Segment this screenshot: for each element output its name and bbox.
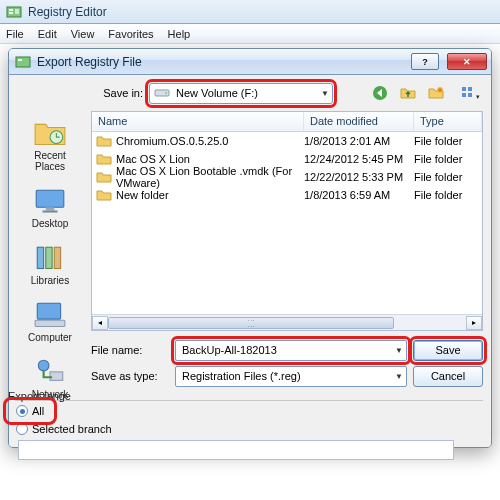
filename-value: BackUp-All-182013 xyxy=(182,344,277,356)
export-dialog: Export Registry File ? ✕ Save in: New Vo… xyxy=(8,48,492,448)
registry-editor-window: Registry Editor File Edit View Favorites… xyxy=(0,0,500,500)
svg-rect-17 xyxy=(43,211,58,213)
col-date[interactable]: Date modified xyxy=(304,112,414,131)
place-label: Computer xyxy=(28,332,72,343)
scroll-right[interactable]: ▸ xyxy=(466,316,482,330)
place-computer[interactable]: Computer xyxy=(19,297,81,346)
savein-combo[interactable]: New Volume (F:) ▼ xyxy=(149,83,333,104)
folder-icon xyxy=(96,152,112,166)
place-label: Libraries xyxy=(31,275,69,286)
file-list: Name Date modified Type Chromium.OS.0.5.… xyxy=(91,111,483,331)
export-range-label: Export range xyxy=(8,390,71,402)
radio-selected-label: Selected branch xyxy=(32,423,112,435)
list-item[interactable]: Chromium.OS.0.5.25.0 1/8/2013 2:01 AM Fi… xyxy=(92,132,482,150)
saveastype-value: Registration Files (*.reg) xyxy=(182,370,301,382)
dialog-titlebar: Export Registry File ? ✕ xyxy=(9,49,491,75)
svg-rect-18 xyxy=(37,247,43,268)
menu-help[interactable]: Help xyxy=(168,28,191,40)
svg-rect-21 xyxy=(37,303,60,319)
branch-input[interactable] xyxy=(18,440,454,460)
svg-rect-16 xyxy=(46,207,55,210)
svg-rect-22 xyxy=(35,320,65,326)
place-recent[interactable]: Recent Places xyxy=(19,115,81,175)
filename-label: File name: xyxy=(91,344,169,356)
cancel-button[interactable]: Cancel xyxy=(413,366,483,387)
svg-rect-10 xyxy=(462,87,466,91)
computer-icon xyxy=(33,300,67,330)
chevron-down-icon: ▼ xyxy=(395,372,403,381)
menu-file[interactable]: File xyxy=(6,28,24,40)
scroll-thumb[interactable] xyxy=(108,317,394,329)
help-button[interactable]: ? xyxy=(411,53,439,70)
menu-favorites[interactable]: Favorites xyxy=(108,28,153,40)
list-header: Name Date modified Type xyxy=(92,112,482,132)
place-desktop[interactable]: Desktop xyxy=(19,183,81,232)
main-title: Registry Editor xyxy=(28,5,107,19)
drive-icon xyxy=(154,86,170,100)
radio-all-row[interactable]: All xyxy=(8,402,52,420)
radio-selected-row[interactable]: Selected branch xyxy=(8,420,492,438)
savein-value: New Volume (F:) xyxy=(176,87,258,99)
svg-rect-12 xyxy=(462,93,466,97)
save-button[interactable]: Save xyxy=(413,340,483,361)
svg-rect-3 xyxy=(15,9,19,14)
list-rows: Chromium.OS.0.5.25.0 1/8/2013 2:01 AM Fi… xyxy=(92,132,482,314)
savein-row: Save in: New Volume (F:) ▼ xyxy=(91,81,483,105)
svg-rect-13 xyxy=(468,93,472,97)
recent-icon xyxy=(33,118,67,148)
export-range-group: Export range All Selected branch xyxy=(8,390,492,460)
savein-label: Save in: xyxy=(91,87,143,99)
col-name[interactable]: Name xyxy=(92,112,304,131)
places-bar: Recent Places Desktop Libraries Computer… xyxy=(15,111,85,401)
filename-input[interactable]: BackUp-All-182013 ▼ xyxy=(175,340,407,361)
col-type[interactable]: Type xyxy=(414,112,482,131)
list-item[interactable]: New folder 1/8/2013 6:59 AM File folder xyxy=(92,186,482,204)
svg-rect-20 xyxy=(54,247,60,268)
scroll-left[interactable]: ◂ xyxy=(92,316,108,330)
radio-selected[interactable] xyxy=(16,423,28,435)
chevron-down-icon: ▼ xyxy=(321,89,329,98)
saveastype-combo[interactable]: Registration Files (*.reg) ▼ xyxy=(175,366,407,387)
svg-rect-1 xyxy=(9,9,13,11)
regedit-icon xyxy=(15,54,31,70)
menu-edit[interactable]: Edit xyxy=(38,28,57,40)
form-rows: File name: BackUp-All-182013 ▼ Save Save… xyxy=(91,337,483,389)
up-button[interactable] xyxy=(397,82,419,104)
folder-icon xyxy=(96,134,112,148)
back-button[interactable] xyxy=(369,82,391,104)
menu-view[interactable]: View xyxy=(71,28,95,40)
place-label: Desktop xyxy=(32,218,69,229)
saveastype-label: Save as type: xyxy=(91,370,169,382)
list-item[interactable]: Mac OS X Lion Bootable .vmdk (For VMware… xyxy=(92,168,482,186)
svg-rect-15 xyxy=(36,190,64,207)
libraries-icon xyxy=(33,243,67,273)
horizontal-scrollbar[interactable]: ◂ ▸ xyxy=(92,314,482,330)
dialog-title: Export Registry File xyxy=(37,55,403,69)
svg-point-7 xyxy=(165,92,167,94)
regedit-icon xyxy=(6,4,22,20)
radio-all[interactable] xyxy=(16,405,28,417)
radio-all-label: All xyxy=(32,405,44,417)
folder-icon xyxy=(96,188,112,202)
desktop-icon xyxy=(33,186,67,216)
chevron-down-icon: ▼ xyxy=(395,346,403,355)
newfolder-button[interactable] xyxy=(425,82,447,104)
place-libraries[interactable]: Libraries xyxy=(19,240,81,289)
place-label: Recent Places xyxy=(19,150,81,172)
views-button[interactable] xyxy=(453,82,483,104)
close-button[interactable]: ✕ xyxy=(447,53,487,70)
main-titlebar: Registry Editor xyxy=(0,0,500,24)
folder-icon xyxy=(96,170,112,184)
network-icon xyxy=(33,357,67,387)
svg-rect-5 xyxy=(18,59,22,61)
svg-rect-4 xyxy=(16,57,30,67)
svg-rect-11 xyxy=(468,87,472,91)
svg-rect-2 xyxy=(9,12,13,14)
scroll-track[interactable] xyxy=(108,316,466,330)
menubar: File Edit View Favorites Help xyxy=(0,24,500,44)
svg-rect-19 xyxy=(46,247,52,268)
svg-point-23 xyxy=(38,360,49,371)
